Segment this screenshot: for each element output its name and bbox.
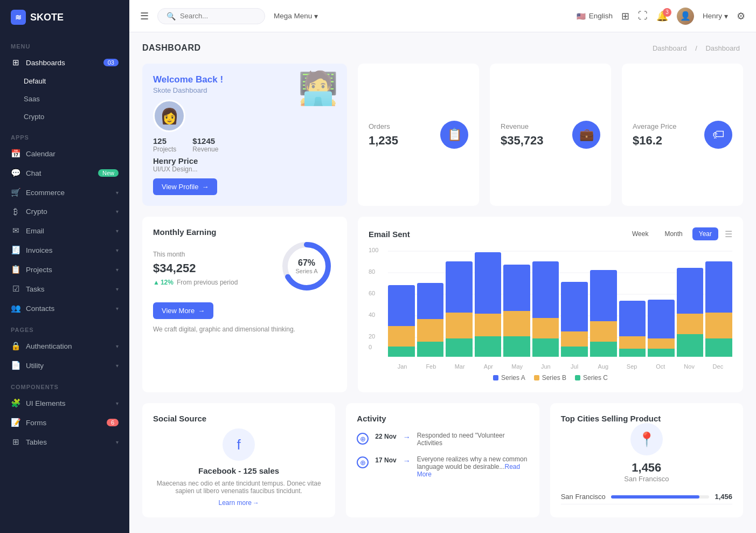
cities-bar-1 (611, 495, 699, 499)
bar-seg-c-4 (503, 336, 530, 357)
learn-more-arrow-icon: → (253, 499, 259, 507)
chevron-down-icon7: ▾ (116, 306, 119, 312)
avg-price-info: Average Price $16.2 (633, 122, 676, 148)
sidebar-item-dashboards[interactable]: ⊞ Dashboards 03 (0, 53, 129, 72)
user-menu-button[interactable]: Henry ▾ (703, 12, 728, 20)
sidebar-item-crypto-apps[interactable]: ₿ Crypto ▾ (0, 202, 129, 221)
orders-stat-card: Orders 1,235 📋 (358, 64, 479, 206)
read-more-link[interactable]: Read More (417, 463, 520, 478)
bar-group-4 (503, 265, 530, 357)
sidebar-item-auth-label: Authentication (26, 342, 72, 350)
hamburger-menu-button[interactable]: ☰ (140, 10, 149, 22)
view-more-button[interactable]: View More → (153, 302, 213, 319)
arrow-right-icon: → (202, 183, 209, 191)
cities-val-1: 1,456 (715, 493, 732, 501)
bar-seg-a-4 (503, 265, 530, 311)
search-input[interactable] (180, 12, 250, 20)
page-title: DASHBOARD (142, 43, 201, 53)
bar-seg-c-9 (648, 349, 675, 357)
monthly-title: Monthly Earning (153, 227, 336, 237)
bar-seg-a-5 (532, 261, 559, 318)
sidebar-item-invoices[interactable]: 🧾 Invoices ▾ (0, 240, 129, 260)
legend-c-color (575, 375, 580, 380)
avatar: 👤 (677, 8, 694, 25)
x-label-1: Feb (417, 363, 445, 370)
bar-seg-a-9 (648, 300, 675, 338)
social-platform: Facebook - 125 sales (153, 466, 324, 475)
cities-title: Top Cities Selling Product (561, 414, 732, 423)
bar-seg-c-7 (590, 342, 617, 357)
x-label-10: Nov (675, 363, 704, 370)
notifications-button[interactable]: 🔔 3 (656, 10, 668, 22)
chevron-down-icon3: ▾ (116, 228, 119, 234)
chevron-down-icon10: ▾ (116, 400, 119, 406)
fullscreen-button[interactable]: ⛶ (638, 10, 648, 22)
sidebar-item-ecommerce[interactable]: 🛒 Ecommerce ▾ (0, 183, 129, 202)
sidebar-logo: ≋ SKOTE (0, 0, 129, 34)
bar-seg-a-7 (590, 270, 617, 321)
bar-seg-b-4 (503, 311, 530, 337)
sidebar-item-authentication[interactable]: 🔒 Authentication ▾ (0, 336, 129, 356)
x-label-9: Oct (646, 363, 675, 370)
svg-text:100: 100 (369, 247, 378, 253)
sidebar-item-default-label: Default (24, 77, 46, 85)
facebook-icon-wrap: f (223, 428, 255, 461)
bar-seg-b-1 (417, 319, 444, 342)
view-profile-label: View Profile (162, 183, 198, 191)
sidebar-item-calendar[interactable]: 📅 Calendar (0, 144, 129, 163)
bar-group-2 (446, 261, 473, 357)
sidebar-item-utility[interactable]: 📄 Utility ▾ (0, 356, 129, 375)
settings-button[interactable]: ⚙ (737, 10, 745, 22)
tab-year[interactable]: Year (692, 227, 718, 240)
monthly-amount: $34,252 (153, 261, 238, 275)
legend-b-label: Series B (542, 374, 566, 382)
view-profile-button[interactable]: View Profile → (153, 178, 217, 195)
bar-seg-a-2 (446, 261, 473, 313)
bar-seg-b-3 (475, 314, 502, 336)
orders-icon: 📋 (440, 121, 468, 149)
x-label-5: Jun (531, 363, 560, 370)
sidebar-item-tables[interactable]: ⊞ Tables ▾ (0, 432, 129, 452)
sidebar-item-contacts[interactable]: 👥 Contacts ▾ (0, 299, 129, 318)
email-icon: ✉ (11, 226, 20, 236)
sidebar-item-chat[interactable]: 💬 Chat New (0, 163, 129, 183)
bar-seg-b-10 (677, 314, 704, 334)
mega-menu-button[interactable]: Mega Menu ▾ (274, 12, 318, 20)
sidebar-item-projects[interactable]: 📋 Projects ▾ (0, 260, 129, 279)
sidebar-item-tables-label: Tables (26, 438, 47, 446)
sidebar-item-calendar-label: Calendar (26, 150, 56, 158)
x-label-11: Dec (704, 363, 732, 370)
sidebar-item-ui-elements[interactable]: 🧩 UI Elements ▾ (0, 393, 129, 413)
language-selector[interactable]: 🇺🇸 English (577, 12, 613, 20)
sidebar-item-default[interactable]: Default (0, 72, 129, 90)
mega-menu-label: Mega Menu (274, 12, 312, 20)
orders-label: Orders (369, 122, 398, 130)
tab-month[interactable]: Month (658, 227, 689, 240)
dashboard-icon: ⊞ (11, 58, 20, 67)
sidebar-item-tasks[interactable]: ☑ Tasks ▾ (0, 279, 129, 299)
revenue-info: Revenue $35,723 (501, 122, 544, 148)
legend-b-color (534, 375, 539, 380)
chat-badge: New (98, 169, 119, 177)
legend-series-b: Series B (534, 374, 566, 382)
chart-menu-icon[interactable]: ☰ (725, 229, 732, 239)
sidebar-item-saas[interactable]: Saas (0, 90, 129, 108)
social-title: Social Source (153, 414, 324, 423)
sidebar-item-email[interactable]: ✉ Email ▾ (0, 221, 129, 240)
bar-seg-c-1 (417, 342, 444, 357)
legend-series-c: Series C (575, 374, 608, 382)
svg-text:20: 20 (369, 333, 375, 340)
welcome-card: Welcome Back ! Skote Dashboard 🧑‍💻 👩 125… (142, 64, 347, 206)
chevron-down-icon9: ▾ (116, 363, 119, 369)
grid-view-button[interactable]: ⊞ (621, 10, 629, 22)
bar-seg-a-6 (561, 282, 588, 331)
bar-seg-b-2 (446, 313, 473, 338)
avg-price-stat-card: Average Price $16.2 🏷 (622, 64, 743, 206)
bar-seg-a-0 (388, 285, 415, 326)
sidebar-item-forms[interactable]: 📝 Forms 6 (0, 413, 129, 432)
sidebar-item-crypto[interactable]: Crypto (0, 108, 129, 126)
facebook-icon: f (237, 437, 241, 453)
learn-more-link[interactable]: Learn more → (153, 499, 324, 507)
chevron-down-icon: ▾ (116, 190, 119, 196)
tab-week[interactable]: Week (626, 227, 655, 240)
